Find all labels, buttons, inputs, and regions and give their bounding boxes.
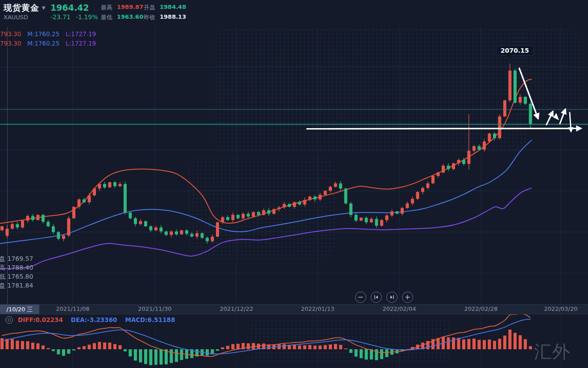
candle bbox=[252, 212, 255, 217]
candle bbox=[149, 226, 153, 230]
macd-histogram-bar bbox=[509, 330, 512, 349]
candle bbox=[396, 211, 399, 213]
candle bbox=[314, 197, 317, 199]
macd-histogram-bar bbox=[380, 349, 383, 359]
macd-histogram-bar bbox=[385, 349, 389, 357]
macd-histogram-bar bbox=[144, 349, 147, 364]
candle bbox=[503, 100, 506, 117]
macd-histogram-bar bbox=[314, 346, 317, 349]
candle bbox=[103, 184, 106, 188]
candle bbox=[180, 230, 183, 234]
macd-histogram-bar bbox=[139, 349, 142, 362]
candle bbox=[365, 218, 368, 222]
macd-histogram-bar bbox=[375, 349, 378, 360]
candle bbox=[160, 227, 163, 231]
annotation-arrow bbox=[547, 112, 553, 125]
x-axis[interactable]: /10/20 三 2021/11/082021/11/302021/12/222… bbox=[0, 304, 588, 314]
candle bbox=[78, 199, 81, 207]
symbol-dropdown-caret[interactable]: ▼ bbox=[42, 5, 46, 10]
macd-histogram-bar bbox=[365, 349, 368, 360]
band-l-value: L:1727.19 bbox=[66, 40, 96, 47]
last-price: 1964.42 bbox=[50, 3, 89, 13]
macd-histogram-bar bbox=[298, 345, 301, 349]
macd-diff-value: DIFF:0.02234 bbox=[18, 316, 63, 323]
macd-histogram-bar bbox=[11, 339, 14, 349]
candle bbox=[67, 218, 70, 235]
macd-histogram-bar bbox=[236, 344, 240, 349]
annotation-arrow bbox=[519, 68, 538, 118]
macd-histogram-bar bbox=[493, 341, 496, 349]
macd-histogram-bar bbox=[355, 349, 358, 356]
price-change-pct: -1.19% bbox=[76, 13, 98, 21]
zoom-out-button[interactable] bbox=[355, 292, 366, 303]
x-axis-label: 2022/02/28 bbox=[464, 305, 498, 312]
macd-histogram-bar bbox=[134, 349, 137, 360]
macd-macd-value: MACD:6.51188 bbox=[125, 316, 175, 323]
trading-app: { "header": { "symbol": "现货黄金", "caret":… bbox=[0, 0, 588, 368]
macd-histogram-bar bbox=[124, 349, 127, 351]
band-h-value: 793.30 bbox=[0, 40, 21, 47]
indicator-settings-icon[interactable] bbox=[5, 316, 13, 324]
macd-histogram-bar bbox=[0, 338, 4, 349]
crosshair-close: 盘 1781.84 bbox=[0, 282, 33, 290]
candle bbox=[93, 188, 96, 195]
macd-histogram-bar bbox=[21, 341, 24, 349]
macd-histogram-bar bbox=[308, 345, 311, 349]
candle bbox=[447, 166, 450, 169]
macd-histogram-bar bbox=[113, 344, 116, 349]
macd-histogram-bar bbox=[503, 335, 506, 349]
candle bbox=[88, 196, 91, 202]
macd-histogram-bar bbox=[457, 338, 460, 349]
macd-histogram-bar bbox=[303, 345, 306, 349]
stat-high-value: 1989.87 bbox=[117, 4, 143, 10]
macd-histogram-bar bbox=[529, 346, 532, 349]
candle bbox=[478, 146, 481, 150]
peak-price-tooltip: 2070.15 bbox=[496, 46, 534, 55]
candle bbox=[324, 191, 327, 195]
macd-histogram-bar bbox=[119, 345, 122, 349]
candle bbox=[98, 184, 101, 188]
macd-histogram-bar bbox=[41, 346, 45, 349]
macd-histogram-bar bbox=[283, 344, 286, 349]
macd-histogram-bar bbox=[206, 349, 209, 355]
candle bbox=[232, 215, 235, 220]
pan-to-start-button[interactable] bbox=[371, 292, 382, 303]
candle bbox=[329, 187, 332, 191]
macd-histogram-bar bbox=[103, 343, 106, 349]
macd-histogram-bar bbox=[31, 343, 34, 349]
stat-open-value: 1984.48 bbox=[160, 4, 186, 10]
macd-histogram-bar bbox=[447, 337, 450, 349]
candle bbox=[360, 218, 363, 221]
candle bbox=[513, 71, 517, 103]
candle bbox=[16, 224, 19, 228]
macd-histogram-bar bbox=[344, 348, 348, 349]
candle bbox=[247, 214, 250, 217]
macd-histogram-bar bbox=[329, 344, 332, 349]
candle bbox=[139, 221, 142, 224]
macd-histogram-bar bbox=[93, 343, 96, 349]
crosshair-open: 盘 1769.57 bbox=[0, 255, 33, 263]
candle bbox=[108, 182, 112, 188]
macd-histogram-bar bbox=[149, 349, 153, 365]
band-values-row: 793.30M:1760.25L:1727.19 bbox=[0, 40, 102, 47]
macd-histogram-bar bbox=[62, 349, 65, 356]
candle bbox=[144, 221, 147, 226]
candle bbox=[375, 219, 378, 226]
candle bbox=[529, 104, 532, 124]
macd-histogram-bar bbox=[37, 343, 40, 349]
candle bbox=[488, 134, 491, 142]
candle bbox=[185, 230, 188, 234]
pan-to-end-button[interactable] bbox=[386, 292, 398, 303]
zoom-in-button[interactable] bbox=[402, 292, 413, 303]
candle bbox=[380, 220, 383, 226]
candle bbox=[154, 227, 157, 230]
candle bbox=[370, 219, 373, 222]
macd-histogram-bar bbox=[519, 335, 522, 349]
crosshair-date-label: /10/20 三 bbox=[0, 305, 39, 314]
x-axis-label: 2022/03/20 bbox=[544, 305, 578, 312]
candle bbox=[385, 215, 389, 220]
macd-histogram-bar bbox=[98, 342, 101, 349]
candle bbox=[134, 218, 137, 224]
candle bbox=[298, 202, 301, 205]
macd-histogram-bar bbox=[160, 349, 163, 364]
